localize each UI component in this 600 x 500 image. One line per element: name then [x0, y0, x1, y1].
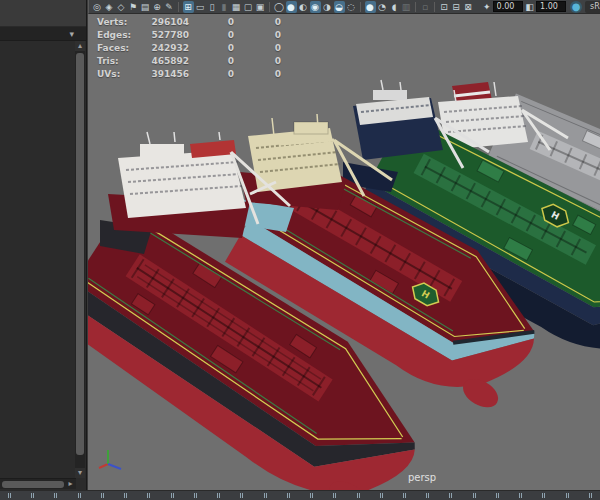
left-panel: ▾ ▴ ▾ ▸	[0, 0, 87, 490]
view-transform-dropdown[interactable]: sRGB gamma	[585, 1, 600, 13]
timeline-tick	[333, 493, 336, 498]
textured-icon[interactable]: ◐	[298, 1, 309, 13]
screen-space-ao-icon[interactable]: ◒	[334, 1, 345, 13]
gate-mask-icon[interactable]: ▮	[219, 1, 230, 13]
two-sided-lighting-icon[interactable]: ▥	[401, 1, 412, 13]
chevron-down-icon: ▾	[69, 28, 74, 40]
vertical-scrollbar-thumb[interactable]	[76, 53, 84, 455]
timeline-tick	[54, 493, 57, 498]
shadows-icon[interactable]: ◑	[322, 1, 333, 13]
timeline-tick	[101, 493, 104, 498]
gamma-control: ◧	[526, 1, 567, 12]
scroll-right-icon[interactable]: ▸	[66, 479, 75, 489]
timeline-tick	[426, 493, 429, 498]
image-plane-icon[interactable]: ▤	[140, 1, 151, 13]
timeline-tick	[171, 493, 174, 498]
copy-view-icon[interactable]: ⊡	[439, 1, 450, 13]
timeline-tick	[310, 493, 313, 498]
time-slider[interactable]	[0, 490, 600, 500]
color-management-icon[interactable]: ●	[570, 1, 582, 13]
field-chart-icon[interactable]: ▦	[231, 1, 242, 13]
grease-pencil-icon[interactable]: ✎	[164, 1, 175, 13]
panel-toolbar: ◎◈◇⚑▤⊕✎⊞▭▯▮▦▢▣◯●◐◉◑◒◌●◔◖▥▫⊡⊟⊠ ✦ ◧ ● sRGB…	[88, 0, 600, 14]
flat-lighting-icon[interactable]: ◔	[377, 1, 388, 13]
toolbar-separator	[269, 2, 270, 12]
timeline-tick	[519, 493, 522, 498]
camera-label: persp	[392, 472, 452, 483]
maya-viewport-window: ▾ ▴ ▾ ▸ ◎◈◇⚑▤⊕✎⊞▭▯▮▦▢▣◯●◐◉◑◒◌●◔◖▥▫⊡⊟⊠ ✦ …	[0, 0, 600, 500]
exposure-icon[interactable]: ✦	[483, 2, 491, 12]
lock-camera-icon[interactable]: ◈	[104, 1, 115, 13]
grid-icon[interactable]: ⊞	[183, 1, 194, 13]
default-lighting-icon[interactable]: ●	[365, 1, 376, 13]
left-panel-header[interactable]: ▾	[0, 27, 86, 41]
use-all-lights-icon[interactable]: ◉	[310, 1, 321, 13]
isolate-select-icon[interactable]: ▫	[420, 1, 431, 13]
safe-action-icon[interactable]: ▢	[243, 1, 254, 13]
paste-view-icon[interactable]: ⊟	[451, 1, 462, 13]
bookmarks-icon[interactable]: ⚑	[128, 1, 139, 13]
motion-blur-icon[interactable]: ◌	[346, 1, 357, 13]
timeline-tick	[124, 493, 127, 498]
timeline-tick	[8, 493, 11, 498]
toolbar-separator	[415, 2, 416, 12]
gamma-icon[interactable]: ◧	[526, 2, 535, 12]
timeline-tick	[264, 493, 267, 498]
smooth-shade-icon[interactable]: ●	[286, 1, 297, 13]
safe-title-icon[interactable]: ▣	[255, 1, 266, 13]
toolbar-separator	[178, 2, 179, 12]
timeline-tick	[380, 493, 383, 498]
timeline-tick	[78, 493, 81, 498]
timeline-tick	[31, 493, 34, 498]
timeline-tick	[589, 493, 592, 498]
resolution-gate-icon[interactable]: ▯	[207, 1, 218, 13]
vertical-scrollbar[interactable]: ▴ ▾	[75, 41, 85, 478]
timeline-tick	[357, 493, 360, 498]
viewport-persp[interactable]: ◎◈◇⚑▤⊕✎⊞▭▯▮▦▢▣◯●◐◉◑◒◌●◔◖▥▫⊡⊟⊠ ✦ ◧ ● sRGB…	[88, 0, 600, 490]
timeline-tick	[403, 493, 406, 498]
axis-gizmo	[96, 445, 126, 471]
camera-attributes-icon[interactable]: ◇	[116, 1, 127, 13]
timeline-tick	[194, 493, 197, 498]
select-camera-icon[interactable]: ◎	[92, 1, 103, 13]
no-lighting-icon[interactable]: ◖	[389, 1, 400, 13]
timeline-tick	[473, 493, 476, 498]
toolbar-icon-groups: ◎◈◇⚑▤⊕✎⊞▭▯▮▦▢▣◯●◐◉◑◒◌●◔◖▥▫⊡⊟⊠	[91, 1, 474, 13]
scene-3d: H	[88, 14, 600, 490]
left-panel-top	[0, 0, 86, 27]
timeline-tick	[449, 493, 452, 498]
timeline-tick	[287, 493, 290, 498]
horizontal-scrollbar[interactable]: ▸	[0, 478, 76, 489]
exposure-control: ✦	[483, 1, 523, 12]
color-management-control: ● sRGB gamma	[570, 1, 600, 13]
horizontal-scrollbar-thumb[interactable]	[2, 481, 64, 488]
timeline-tick	[542, 493, 545, 498]
clear-view-icon[interactable]: ⊠	[463, 1, 474, 13]
timeline-tick	[240, 493, 243, 498]
gamma-field[interactable]	[536, 1, 566, 12]
exposure-field[interactable]	[493, 1, 523, 12]
timeline-tick	[147, 493, 150, 498]
scroll-down-icon[interactable]: ▾	[75, 468, 85, 478]
film-gate-icon[interactable]: ▭	[195, 1, 206, 13]
toolbar-separator	[434, 2, 435, 12]
timeline-tick	[566, 493, 569, 498]
timeline-tick	[217, 493, 220, 498]
pan-zoom-icon[interactable]: ⊕	[152, 1, 163, 13]
scroll-up-icon[interactable]: ▴	[75, 41, 85, 51]
toolbar-separator	[360, 2, 361, 12]
wireframe-icon[interactable]: ◯	[274, 1, 285, 13]
timeline-tick	[496, 493, 499, 498]
